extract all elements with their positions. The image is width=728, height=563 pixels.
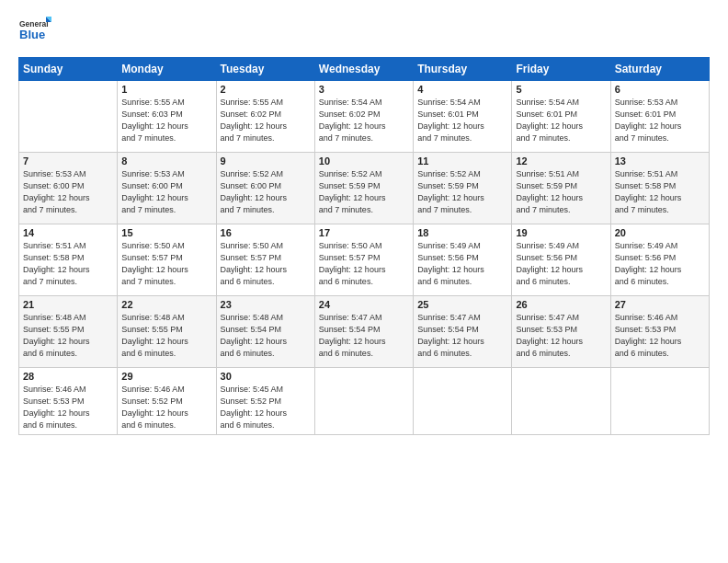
calendar-cell: 10Sunrise: 5:52 AM Sunset: 5:59 PM Dayli…: [314, 153, 413, 224]
col-header-friday: Friday: [512, 58, 610, 81]
col-header-sunday: Sunday: [19, 58, 118, 81]
calendar-cell: 30Sunrise: 5:45 AM Sunset: 5:52 PM Dayli…: [216, 368, 314, 435]
day-info: Sunrise: 5:55 AM Sunset: 6:03 PM Dayligh…: [121, 97, 211, 144]
logo: General Blue: [18, 15, 51, 48]
calendar-header-row: SundayMondayTuesdayWednesdayThursdayFrid…: [19, 58, 710, 81]
day-info: Sunrise: 5:53 AM Sunset: 6:00 PM Dayligh…: [121, 168, 211, 216]
calendar-cell: 21Sunrise: 5:48 AM Sunset: 5:55 PM Dayli…: [19, 296, 118, 368]
day-info: Sunrise: 5:51 AM Sunset: 5:58 PM Dayligh…: [615, 168, 705, 216]
day-info: Sunrise: 5:53 AM Sunset: 6:00 PM Dayligh…: [23, 168, 113, 216]
calendar-cell: [414, 368, 512, 435]
day-number: 1: [121, 84, 211, 95]
day-number: 5: [516, 84, 606, 95]
day-number: 17: [319, 227, 409, 238]
day-number: 13: [615, 155, 705, 167]
day-number: 25: [417, 299, 507, 310]
calendar-cell: 16Sunrise: 5:50 AM Sunset: 5:57 PM Dayli…: [216, 224, 314, 296]
day-info: Sunrise: 5:52 AM Sunset: 6:00 PM Dayligh…: [221, 168, 311, 216]
svg-text:Blue: Blue: [19, 28, 45, 41]
calendar-cell: 28Sunrise: 5:46 AM Sunset: 5:53 PM Dayli…: [19, 368, 118, 435]
day-number: 20: [615, 227, 705, 238]
day-info: Sunrise: 5:47 AM Sunset: 5:53 PM Dayligh…: [516, 312, 606, 360]
calendar-cell: 20Sunrise: 5:49 AM Sunset: 5:56 PM Dayli…: [610, 224, 709, 296]
calendar-week-row: 28Sunrise: 5:46 AM Sunset: 5:53 PM Dayli…: [19, 368, 710, 435]
calendar-cell: 4Sunrise: 5:54 AM Sunset: 6:01 PM Daylig…: [414, 81, 512, 153]
calendar-cell: 8Sunrise: 5:53 AM Sunset: 6:00 PM Daylig…: [118, 153, 216, 224]
calendar-page: General Blue SundayMondayTuesdayWednesda…: [0, 0, 728, 563]
day-number: 6: [615, 84, 705, 95]
day-info: Sunrise: 5:53 AM Sunset: 6:01 PM Dayligh…: [615, 97, 705, 144]
calendar-week-row: 14Sunrise: 5:51 AM Sunset: 5:58 PM Dayli…: [19, 224, 710, 296]
day-number: 30: [221, 371, 311, 382]
day-number: 26: [516, 299, 606, 310]
day-info: Sunrise: 5:51 AM Sunset: 5:59 PM Dayligh…: [516, 168, 606, 216]
day-number: 29: [121, 371, 211, 382]
calendar-cell: 13Sunrise: 5:51 AM Sunset: 5:58 PM Dayli…: [610, 153, 709, 224]
day-info: Sunrise: 5:49 AM Sunset: 5:56 PM Dayligh…: [516, 240, 606, 288]
day-info: Sunrise: 5:47 AM Sunset: 5:54 PM Dayligh…: [417, 312, 507, 360]
day-info: Sunrise: 5:49 AM Sunset: 5:56 PM Dayligh…: [615, 240, 705, 288]
day-info: Sunrise: 5:46 AM Sunset: 5:52 PM Dayligh…: [121, 384, 211, 431]
day-info: Sunrise: 5:49 AM Sunset: 5:56 PM Dayligh…: [417, 240, 507, 288]
calendar-cell: 9Sunrise: 5:52 AM Sunset: 6:00 PM Daylig…: [216, 153, 314, 224]
calendar-cell: 17Sunrise: 5:50 AM Sunset: 5:57 PM Dayli…: [314, 224, 413, 296]
calendar-cell: 19Sunrise: 5:49 AM Sunset: 5:56 PM Dayli…: [512, 224, 610, 296]
calendar-cell: 26Sunrise: 5:47 AM Sunset: 5:53 PM Dayli…: [512, 296, 610, 368]
day-info: Sunrise: 5:51 AM Sunset: 5:58 PM Dayligh…: [23, 240, 113, 288]
calendar-cell: 11Sunrise: 5:52 AM Sunset: 5:59 PM Dayli…: [414, 153, 512, 224]
day-info: Sunrise: 5:46 AM Sunset: 5:53 PM Dayligh…: [23, 384, 113, 431]
day-number: 11: [417, 155, 507, 167]
day-info: Sunrise: 5:52 AM Sunset: 5:59 PM Dayligh…: [319, 168, 409, 216]
day-number: 16: [221, 227, 311, 238]
col-header-thursday: Thursday: [414, 58, 512, 81]
calendar-cell: 22Sunrise: 5:48 AM Sunset: 5:55 PM Dayli…: [118, 296, 216, 368]
calendar-cell: 15Sunrise: 5:50 AM Sunset: 5:57 PM Dayli…: [118, 224, 216, 296]
day-number: 3: [319, 84, 409, 95]
calendar-cell: 3Sunrise: 5:54 AM Sunset: 6:02 PM Daylig…: [314, 81, 413, 153]
day-info: Sunrise: 5:52 AM Sunset: 5:59 PM Dayligh…: [417, 168, 507, 216]
calendar-cell: [610, 368, 709, 435]
day-number: 7: [23, 155, 113, 167]
header: General Blue: [18, 15, 710, 48]
col-header-saturday: Saturday: [610, 58, 709, 81]
day-number: 9: [221, 155, 311, 167]
calendar-cell: 7Sunrise: 5:53 AM Sunset: 6:00 PM Daylig…: [19, 153, 118, 224]
calendar-cell: 18Sunrise: 5:49 AM Sunset: 5:56 PM Dayli…: [414, 224, 512, 296]
day-info: Sunrise: 5:50 AM Sunset: 5:57 PM Dayligh…: [121, 240, 211, 288]
calendar-week-row: 1Sunrise: 5:55 AM Sunset: 6:03 PM Daylig…: [19, 81, 710, 153]
day-info: Sunrise: 5:47 AM Sunset: 5:54 PM Dayligh…: [319, 312, 409, 360]
day-info: Sunrise: 5:54 AM Sunset: 6:01 PM Dayligh…: [417, 97, 507, 144]
calendar-cell: 24Sunrise: 5:47 AM Sunset: 5:54 PM Dayli…: [314, 296, 413, 368]
calendar-cell: 29Sunrise: 5:46 AM Sunset: 5:52 PM Dayli…: [118, 368, 216, 435]
col-header-wednesday: Wednesday: [314, 58, 413, 81]
day-number: 21: [23, 299, 113, 310]
day-number: 2: [221, 84, 311, 95]
day-info: Sunrise: 5:54 AM Sunset: 6:02 PM Dayligh…: [319, 97, 409, 144]
col-header-monday: Monday: [118, 58, 216, 81]
calendar-week-row: 21Sunrise: 5:48 AM Sunset: 5:55 PM Dayli…: [19, 296, 710, 368]
day-number: 22: [121, 299, 211, 310]
calendar-cell: 23Sunrise: 5:48 AM Sunset: 5:54 PM Dayli…: [216, 296, 314, 368]
day-number: 23: [221, 299, 311, 310]
day-info: Sunrise: 5:50 AM Sunset: 5:57 PM Dayligh…: [221, 240, 311, 288]
calendar-cell: [512, 368, 610, 435]
day-number: 27: [615, 299, 705, 310]
day-number: 4: [417, 84, 507, 95]
day-number: 19: [516, 227, 606, 238]
day-number: 15: [121, 227, 211, 238]
calendar-cell: 2Sunrise: 5:55 AM Sunset: 6:02 PM Daylig…: [216, 81, 314, 153]
day-info: Sunrise: 5:48 AM Sunset: 5:55 PM Dayligh…: [121, 312, 211, 360]
calendar-cell: [19, 81, 118, 153]
logo-svg: General Blue: [18, 15, 51, 48]
calendar-cell: 14Sunrise: 5:51 AM Sunset: 5:58 PM Dayli…: [19, 224, 118, 296]
calendar-cell: 1Sunrise: 5:55 AM Sunset: 6:03 PM Daylig…: [118, 81, 216, 153]
calendar-table: SundayMondayTuesdayWednesdayThursdayFrid…: [18, 57, 710, 435]
calendar-cell: [314, 368, 413, 435]
day-info: Sunrise: 5:48 AM Sunset: 5:54 PM Dayligh…: [221, 312, 311, 360]
calendar-week-row: 7Sunrise: 5:53 AM Sunset: 6:00 PM Daylig…: [19, 153, 710, 224]
day-info: Sunrise: 5:46 AM Sunset: 5:53 PM Dayligh…: [615, 312, 705, 360]
day-number: 28: [23, 371, 113, 382]
calendar-cell: 27Sunrise: 5:46 AM Sunset: 5:53 PM Dayli…: [610, 296, 709, 368]
calendar-cell: 6Sunrise: 5:53 AM Sunset: 6:01 PM Daylig…: [610, 81, 709, 153]
day-number: 10: [319, 155, 409, 167]
